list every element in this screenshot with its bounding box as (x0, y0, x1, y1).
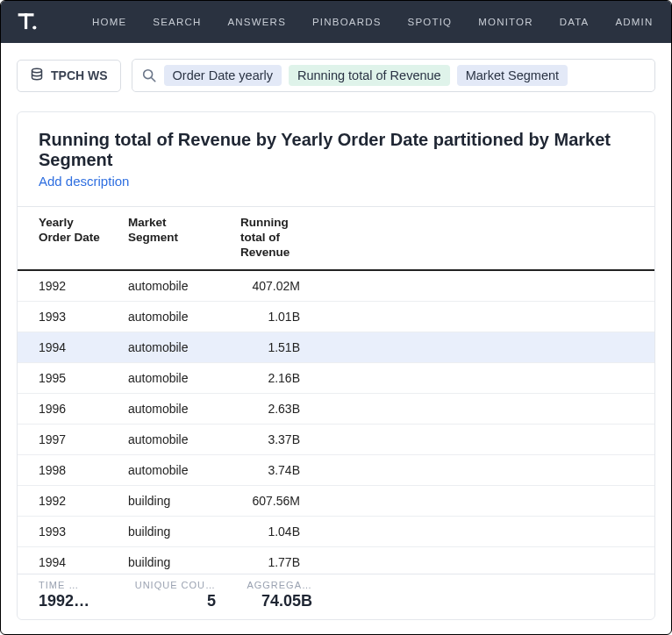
brand-logo[interactable] (17, 11, 39, 33)
search-token[interactable]: Market Segment (457, 65, 568, 86)
cell-year: 1992 (18, 270, 112, 302)
cell-segment: building (112, 546, 225, 574)
nav-data[interactable]: DATA (560, 17, 590, 27)
cell-revenue: 1.77B (225, 546, 321, 574)
nav-pinboards[interactable]: PINBOARDS (312, 17, 382, 27)
data-table: Yearly Order Date Market Segment Running… (18, 206, 654, 574)
table-row[interactable]: 1992building607.56M (18, 485, 654, 516)
cell-revenue: 1.04B (225, 516, 321, 546)
cell-year: 1997 (18, 424, 112, 454)
cell-segment: automobile (112, 332, 225, 362)
cell-segment: automobile (112, 424, 225, 454)
footer-label: UNIQUE COU… (128, 580, 216, 590)
cell-revenue: 2.16B (225, 362, 321, 393)
table-header-row: Yearly Order Date Market Segment Running… (18, 207, 654, 270)
cell-year: 1993 (18, 516, 112, 546)
table-row[interactable]: 1997automobile3.37B (18, 424, 654, 454)
cell-year: 1992 (18, 485, 112, 516)
add-description-link[interactable]: Add description (39, 174, 633, 189)
cell-revenue: 1.01B (225, 301, 321, 332)
cell-year: 1995 (18, 362, 112, 393)
cell-revenue: 3.37B (225, 424, 321, 454)
svg-line-5 (151, 78, 154, 82)
nav-items: HOME SEARCH ANSWERS PINBOARDS SPOTIQ MON… (92, 17, 655, 27)
table-row[interactable]: 1993building1.04B (18, 516, 654, 546)
table-footer: TIME … 1992… UNIQUE COU… 5 AGGREGA… 74.0… (18, 574, 654, 619)
table-row[interactable]: 1992automobile407.02M (18, 270, 654, 302)
context-bar: TPCH WS Order Date yearly Running total … (1, 43, 671, 92)
cell-segment: automobile (112, 454, 225, 485)
nav-admin[interactable]: ADMIN (615, 17, 653, 27)
cell-revenue: 607.56M (225, 485, 321, 516)
answer-card: Running total of Revenue by Yearly Order… (17, 111, 655, 620)
cell-year: 1994 (18, 546, 112, 574)
footer-cell: AGGREGA… 74.05B (225, 580, 321, 610)
cell-revenue: 407.02M (225, 270, 321, 302)
cell-segment: automobile (112, 393, 225, 424)
svg-point-2 (32, 25, 36, 29)
cell-segment: automobile (112, 301, 225, 332)
search-token[interactable]: Order Date yearly (164, 65, 282, 86)
cell-year: 1998 (18, 454, 112, 485)
table-row[interactable]: 1996automobile2.63B (18, 393, 654, 424)
cell-revenue: 3.74B (225, 454, 321, 485)
cell-revenue: 2.63B (225, 393, 321, 424)
worksheet-label: TPCH WS (51, 68, 108, 82)
svg-point-3 (32, 68, 42, 72)
footer-label: TIME … (39, 580, 104, 590)
table-row[interactable]: 1994building1.77B (18, 546, 654, 574)
cell-segment: automobile (112, 270, 225, 302)
table-row[interactable]: 1998automobile3.74B (18, 454, 654, 485)
cell-year: 1996 (18, 393, 112, 424)
svg-point-4 (143, 70, 152, 79)
nav-home[interactable]: HOME (92, 17, 126, 27)
col-header-year[interactable]: Yearly Order Date (18, 207, 112, 270)
search-token[interactable]: Running total of Revenue (289, 65, 450, 86)
footer-value: 1992… (39, 592, 104, 610)
cell-revenue: 1.51B (225, 332, 321, 362)
search-icon (141, 68, 157, 83)
worksheet-selector[interactable]: TPCH WS (17, 60, 121, 92)
cell-segment: automobile (112, 362, 225, 393)
footer-label: AGGREGA… (240, 580, 312, 590)
cell-year: 1994 (18, 332, 112, 362)
table-row[interactable]: 1994automobile1.51B (18, 332, 654, 362)
nav-answers[interactable]: ANSWERS (227, 17, 286, 27)
table-row[interactable]: 1993automobile1.01B (18, 301, 654, 332)
nav-spotiq[interactable]: SPOTIQ (408, 17, 453, 27)
footer-value: 74.05B (240, 592, 312, 610)
nav-search[interactable]: SEARCH (153, 17, 201, 27)
cell-segment: building (112, 516, 225, 546)
search-bar[interactable]: Order Date yearly Running total of Reven… (132, 59, 655, 92)
cell-segment: building (112, 485, 225, 516)
nav-monitor[interactable]: MONITOR (478, 17, 533, 27)
col-header-revenue[interactable]: Running total of Revenue (225, 207, 321, 270)
card-title: Running total of Revenue by Yearly Order… (39, 130, 633, 170)
cell-year: 1993 (18, 301, 112, 332)
col-header-segment[interactable]: Market Segment (112, 207, 225, 270)
database-icon (30, 68, 44, 84)
footer-cell: TIME … 1992… (18, 580, 112, 610)
table-row[interactable]: 1995automobile2.16B (18, 362, 654, 393)
footer-cell: UNIQUE COU… 5 (112, 580, 225, 610)
svg-rect-1 (25, 13, 27, 29)
footer-value: 5 (128, 592, 216, 610)
top-nav: HOME SEARCH ANSWERS PINBOARDS SPOTIQ MON… (1, 1, 671, 43)
